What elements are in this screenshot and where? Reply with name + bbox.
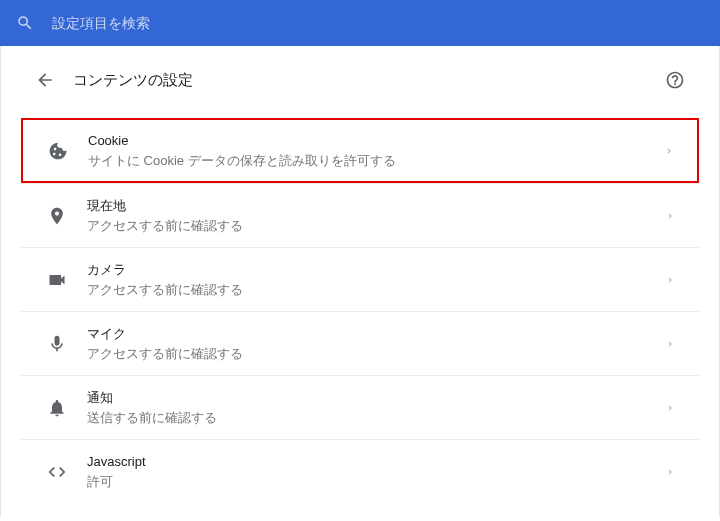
page-header: コンテンツの設定	[21, 46, 699, 118]
item-subtitle: サイトに Cookie データの保存と読み取りを許可する	[88, 151, 664, 171]
camera-icon	[45, 270, 69, 290]
item-subtitle: 許可	[87, 472, 665, 492]
item-text: Cookie サイトに Cookie データの保存と読み取りを許可する	[88, 131, 664, 170]
location-icon	[45, 206, 69, 226]
back-arrow-icon[interactable]	[31, 66, 59, 94]
help-icon[interactable]	[661, 66, 689, 94]
item-text: カメラ アクセスする前に確認する	[87, 260, 665, 299]
chevron-right-icon	[665, 403, 675, 413]
search-icon	[16, 14, 34, 32]
item-title: Cookie	[88, 131, 664, 151]
settings-item-microphone[interactable]: マイク アクセスする前に確認する	[21, 311, 699, 375]
item-text: マイク アクセスする前に確認する	[87, 324, 665, 363]
settings-item-location[interactable]: 現在地 アクセスする前に確認する	[21, 183, 699, 247]
item-text: 現在地 アクセスする前に確認する	[87, 196, 665, 235]
item-text: Javascript 許可	[87, 452, 665, 491]
settings-item-camera[interactable]: カメラ アクセスする前に確認する	[21, 247, 699, 311]
settings-item-notifications[interactable]: 通知 送信する前に確認する	[21, 375, 699, 439]
chevron-right-icon	[665, 275, 675, 285]
code-icon	[45, 462, 69, 482]
content-settings-panel: コンテンツの設定 Cookie サイトに Cookie データの保存と読み取りを…	[0, 46, 720, 517]
item-subtitle: アクセスする前に確認する	[87, 280, 665, 300]
item-title: マイク	[87, 324, 665, 344]
item-title: Javascript	[87, 452, 665, 472]
search-input[interactable]	[52, 15, 704, 31]
bell-icon	[45, 398, 69, 418]
page-title: コンテンツの設定	[73, 71, 661, 90]
item-subtitle: 送信する前に確認する	[87, 408, 665, 428]
item-title: 現在地	[87, 196, 665, 216]
item-title: 通知	[87, 388, 665, 408]
item-subtitle: アクセスする前に確認する	[87, 216, 665, 236]
settings-item-javascript[interactable]: Javascript 許可	[21, 439, 699, 503]
settings-item-cookie[interactable]: Cookie サイトに Cookie データの保存と読み取りを許可する	[21, 118, 699, 183]
chevron-right-icon	[665, 211, 675, 221]
cookie-icon	[46, 141, 70, 161]
item-text: 通知 送信する前に確認する	[87, 388, 665, 427]
chevron-right-icon	[665, 339, 675, 349]
item-title: カメラ	[87, 260, 665, 280]
chevron-right-icon	[664, 146, 674, 156]
search-bar[interactable]	[0, 0, 720, 46]
settings-list: Cookie サイトに Cookie データの保存と読み取りを許可する 現在地 …	[21, 118, 699, 503]
item-subtitle: アクセスする前に確認する	[87, 344, 665, 364]
chevron-right-icon	[665, 467, 675, 477]
microphone-icon	[45, 334, 69, 354]
